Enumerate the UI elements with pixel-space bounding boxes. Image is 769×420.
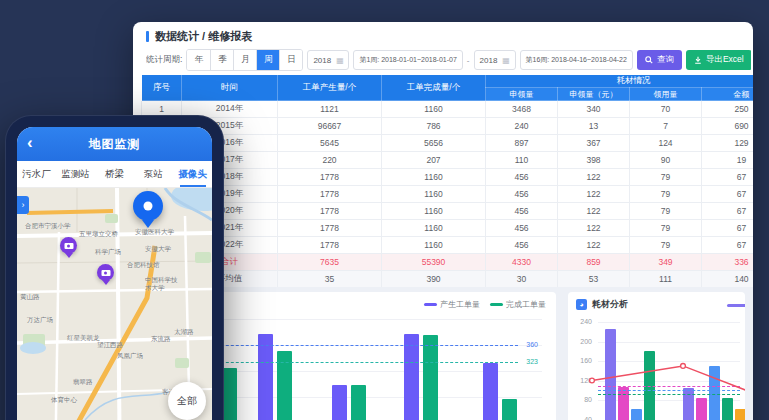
table-row: 92022年177811604561227967 <box>142 237 754 254</box>
cell-value: 13 <box>558 118 630 135</box>
camera-pin[interactable] <box>60 237 77 254</box>
phone-tab[interactable]: 桥梁 <box>95 161 134 187</box>
cell-value: 90 <box>630 152 702 169</box>
cell-value: 67 <box>702 220 754 237</box>
cell-value: 1778 <box>278 220 382 237</box>
chart-right: ◕ 耗材分析 2402001601208040 <box>568 292 745 420</box>
col-header-created: 工单产生量/个 <box>278 75 382 101</box>
export-label: 导出Excel <box>706 54 744 66</box>
cell-value: 786 <box>382 118 486 135</box>
breadcrumb: 数据统计 / 维修报表 <box>146 29 252 44</box>
expand-panel-icon[interactable]: › <box>17 196 29 214</box>
period-option-1[interactable]: 年 <box>187 50 210 70</box>
dashboard-card: 数据统计 / 维修报表 统计周期: 年季月周日 2018 ▦ 第1周: 2018… <box>133 22 753 420</box>
start-week-input[interactable]: 第1周: 2018-01-01~2018-01-07 <box>353 50 462 70</box>
cell-value: 3468 <box>486 101 558 118</box>
end-year-select[interactable]: 2018 ▦ <box>474 50 516 70</box>
cell-value: 340 <box>558 101 630 118</box>
col-header-group: 耗材情况 <box>486 75 754 88</box>
selected-camera-pin[interactable] <box>133 191 163 221</box>
cell-value: 1778 <box>278 186 382 203</box>
cell-value: 70 <box>630 101 702 118</box>
cell-value: 96667 <box>278 118 382 135</box>
search-icon <box>645 56 653 64</box>
map-label: 翡翠路 <box>73 378 93 386</box>
cell-value: 250 <box>702 101 754 118</box>
bar <box>423 335 438 420</box>
cell-value: 122 <box>558 169 630 186</box>
reference-label: 323 <box>526 358 538 366</box>
cell-value: 220 <box>278 152 382 169</box>
cell-value: 1160 <box>382 186 486 203</box>
bar <box>222 368 237 420</box>
phone-title: 地图监测 <box>89 136 141 153</box>
start-year-select[interactable]: 2018 ▦ <box>307 50 349 70</box>
cell-value: 456 <box>486 169 558 186</box>
filter-row: 统计周期: 年季月周日 2018 ▦ 第1周: 2018-01-01~2018-… <box>146 48 751 72</box>
phone-tab[interactable]: 污水厂 <box>17 161 56 187</box>
phone-tab[interactable]: 监测站 <box>56 161 95 187</box>
sub-column-header: 申领量 <box>486 88 558 101</box>
export-excel-button[interactable]: 导出Excel <box>686 50 751 70</box>
cell-value: 398 <box>558 152 630 169</box>
calendar-icon: ▦ <box>502 56 510 65</box>
table-row: 62019年177811604561227967 <box>142 186 754 203</box>
cell-value: 367 <box>558 135 630 152</box>
map-label: 体育中心 <box>51 396 77 404</box>
total-row: 合计7635553904330859349336 <box>142 254 754 271</box>
cell-value: 53 <box>558 271 630 288</box>
cell-value: 124 <box>630 135 702 152</box>
cell-value: 1121 <box>278 101 382 118</box>
legend-pill <box>490 303 503 306</box>
cell-value: 110 <box>486 152 558 169</box>
end-year-value: 2018 <box>480 56 498 65</box>
back-icon[interactable]: ‹ <box>27 133 33 153</box>
table-row: 72020年177811604561227967 <box>142 203 754 220</box>
camera-pin[interactable] <box>97 264 114 281</box>
chart-left-legend: 产生工单量完成工单量 <box>424 299 546 310</box>
cell-value: 1160 <box>382 220 486 237</box>
cell-value: 4330 <box>486 254 558 271</box>
phone-header: ‹ 地图监测 <box>17 127 212 161</box>
phone-tab[interactable]: 泵站 <box>134 161 173 187</box>
legend-pill <box>424 303 437 306</box>
map-label: 黄山路 <box>20 293 40 301</box>
start-year-value: 2018 <box>313 56 331 65</box>
cell-value: 35 <box>278 271 382 288</box>
map-view[interactable]: 合肥市宁溪小学五里墩立交桥安徽医科大学科学广场安徽大学合肥科技馆中国科学技术大学… <box>17 188 212 420</box>
all-filter-button[interactable]: 全部 <box>168 382 206 420</box>
period-option-5[interactable]: 日 <box>279 50 302 70</box>
period-option-3[interactable]: 月 <box>233 50 256 70</box>
stage: 数据统计 / 维修报表 统计周期: 年季月周日 2018 ▦ 第1周: 2018… <box>0 0 769 420</box>
map-label: 科学广场 <box>95 248 121 256</box>
cell-value: 7 <box>630 118 702 135</box>
cell-value: 79 <box>630 237 702 254</box>
end-week-input[interactable]: 第16周: 2018-04-16~2018-04-22 <box>520 50 633 70</box>
cell-value: 1160 <box>382 203 486 220</box>
map-label: 万达广场 <box>27 316 53 324</box>
legend-item: 完成工单量 <box>490 299 546 310</box>
cell-value: 859 <box>558 254 630 271</box>
cell-value: 79 <box>630 203 702 220</box>
camera-icon <box>101 270 110 276</box>
cell-value: 67 <box>702 237 754 254</box>
bar <box>351 385 366 420</box>
table-row: 22015年96667786240137690 <box>142 118 754 135</box>
legend-item: 产生工单量 <box>424 299 480 310</box>
sub-column-header: 领用量 <box>630 88 702 101</box>
bar <box>332 385 347 420</box>
period-option-2[interactable]: 季 <box>210 50 233 70</box>
map-label: 中国科学技术大学 <box>145 276 179 292</box>
title-accent-bar <box>146 31 149 42</box>
cell-value: 1778 <box>278 169 382 186</box>
bar <box>483 363 498 420</box>
camera-icon <box>64 243 73 249</box>
trend-line <box>568 292 745 420</box>
average-row: 平均值353903053111140 <box>142 271 754 288</box>
page-title: 数据统计 / 维修报表 <box>155 29 252 44</box>
table-row: 82021年177811604561227967 <box>142 220 754 237</box>
phone-tab[interactable]: 摄像头 <box>173 161 212 187</box>
period-option-4[interactable]: 周 <box>256 50 279 70</box>
legend-text: 完成工单量 <box>506 299 546 310</box>
query-button[interactable]: 查询 <box>637 50 682 70</box>
